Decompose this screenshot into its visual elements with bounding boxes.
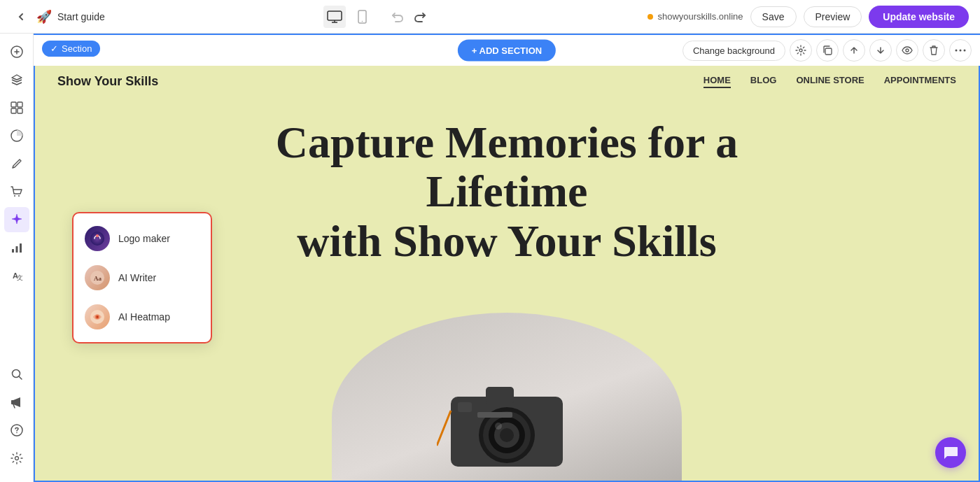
svg-text:文: 文 <box>17 274 23 281</box>
media-icon <box>10 101 24 115</box>
section-right-controls: Change background <box>682 39 972 62</box>
ai-heatmap-label: AI Heatmap <box>118 311 170 322</box>
ai-sparkle-icon <box>10 213 24 227</box>
sidebar-item-settings[interactable] <box>4 446 29 471</box>
svg-point-37 <box>90 232 104 246</box>
duplicate-control-button[interactable] <box>816 39 839 62</box>
sidebar-item-add[interactable] <box>4 39 29 64</box>
svg-point-22 <box>906 49 909 52</box>
topbar-center <box>113 6 640 28</box>
redo-button[interactable] <box>410 7 430 27</box>
chat-icon <box>943 446 958 460</box>
section-badge[interactable]: ✓ Section <box>42 41 100 57</box>
svg-rect-33 <box>458 402 472 412</box>
svg-rect-11 <box>12 249 14 253</box>
svg-point-43 <box>97 316 99 318</box>
svg-point-9 <box>14 195 15 197</box>
change-background-button[interactable]: Change background <box>682 41 785 61</box>
sidebar-item-megaphone[interactable] <box>4 390 29 415</box>
svg-point-10 <box>18 195 20 197</box>
logo-maker-label: Logo maker <box>118 233 170 244</box>
svg-rect-5 <box>18 102 22 107</box>
move-down-control-button[interactable] <box>869 39 892 62</box>
svg-rect-32 <box>486 387 514 404</box>
gear-icon <box>795 45 806 56</box>
svg-rect-21 <box>825 48 832 55</box>
palette-icon <box>10 129 24 143</box>
more-icon <box>955 49 966 52</box>
add-section-button[interactable]: + ADD SECTION <box>458 40 556 62</box>
camera-image-inner <box>332 313 682 482</box>
popup-menu-item-ai-heatmap[interactable]: AI Heatmap <box>74 297 211 336</box>
desktop-device-button[interactable] <box>323 6 346 28</box>
move-up-control-button[interactable] <box>843 39 865 62</box>
redo-icon <box>414 11 426 22</box>
arrow-up-icon <box>849 45 859 55</box>
settings-control-button[interactable] <box>790 39 812 62</box>
rocket-icon: 🚀 <box>36 9 52 24</box>
svg-rect-0 <box>328 11 342 20</box>
camera-image-circle <box>332 313 682 482</box>
sidebar-item-edit[interactable] <box>4 151 29 176</box>
sidebar-item-translate[interactable]: A 文 <box>4 263 29 288</box>
topbar-left: 🚀 Start guide <box>11 7 105 27</box>
svg-point-35 <box>495 423 502 430</box>
sidebar-item-help[interactable] <box>4 418 29 443</box>
topbar: 🚀 Start guide <box>0 0 980 34</box>
layers-icon <box>10 73 24 87</box>
chat-button[interactable] <box>935 437 966 468</box>
hero-title-line2: with Show Your Skills <box>209 217 804 266</box>
sidebar-item-colors[interactable] <box>4 123 29 148</box>
edit-icon <box>10 157 24 171</box>
topbar-right: showyourskills.online Save Preview Updat… <box>648 6 969 28</box>
popup-menu-item-ai-writer[interactable]: Aa AI Writer <box>74 258 211 297</box>
update-website-button[interactable]: Update website <box>869 6 969 28</box>
sidebar-item-search[interactable] <box>4 362 29 387</box>
undo-redo-controls <box>388 7 430 27</box>
svg-rect-4 <box>11 102 16 107</box>
device-icons <box>323 6 374 28</box>
site-url: showyourskills.online <box>648 11 743 22</box>
undo-icon <box>391 11 404 22</box>
sidebar-item-ai[interactable] <box>4 207 29 232</box>
delete-control-button[interactable] <box>923 39 945 62</box>
desktop-icon <box>327 10 342 23</box>
sidebar-item-store[interactable] <box>4 179 29 204</box>
start-guide-label[interactable]: Start guide <box>57 11 105 22</box>
more-control-button[interactable] <box>949 39 972 62</box>
copy-icon <box>822 45 833 56</box>
svg-point-20 <box>799 49 802 52</box>
save-button[interactable]: Save <box>750 6 797 27</box>
section-badge-label: Section <box>62 43 92 54</box>
nav-link-appointments[interactable]: APPOINTMENTS <box>884 75 956 88</box>
checkmark-icon: ✓ <box>50 43 58 54</box>
svg-rect-6 <box>11 108 16 113</box>
back-button[interactable] <box>11 7 31 27</box>
svg-point-38 <box>96 234 99 237</box>
nav-link-home[interactable]: HOME <box>704 75 731 88</box>
popup-menu-item-logo-maker[interactable]: Logo maker <box>74 219 211 258</box>
canvas-nav-links: HOME BLOG ONLINE STORE APPOINTMENTS <box>704 75 956 88</box>
nav-link-blog[interactable]: BLOG <box>750 75 777 88</box>
sidebar-item-layers[interactable] <box>4 67 29 92</box>
svg-rect-34 <box>477 412 512 418</box>
status-dot <box>648 14 653 20</box>
preview-button[interactable]: Preview <box>804 6 862 27</box>
svg-point-18 <box>16 432 18 434</box>
mobile-device-button[interactable] <box>351 6 374 28</box>
sidebar-item-media[interactable] <box>4 95 29 120</box>
undo-button[interactable] <box>388 7 407 27</box>
hide-control-button[interactable] <box>896 39 918 62</box>
cart-icon <box>10 185 24 199</box>
ai-writer-icon: Aa <box>85 265 110 290</box>
ai-heatmap-icon <box>85 304 110 329</box>
settings-icon <box>10 451 24 465</box>
sidebar-item-analytics[interactable] <box>4 235 29 260</box>
canvas-wrapper: ✓ Section + ADD SECTION Change backgroun… <box>34 34 980 482</box>
nav-link-store[interactable]: ONLINE STORE <box>796 75 864 88</box>
eye-icon <box>902 46 913 55</box>
sidebar: A 文 <box>0 34 34 482</box>
svg-point-25 <box>964 50 966 52</box>
section-toolbar: ✓ Section + ADD SECTION Change backgroun… <box>34 34 980 66</box>
svg-point-31 <box>500 428 514 442</box>
